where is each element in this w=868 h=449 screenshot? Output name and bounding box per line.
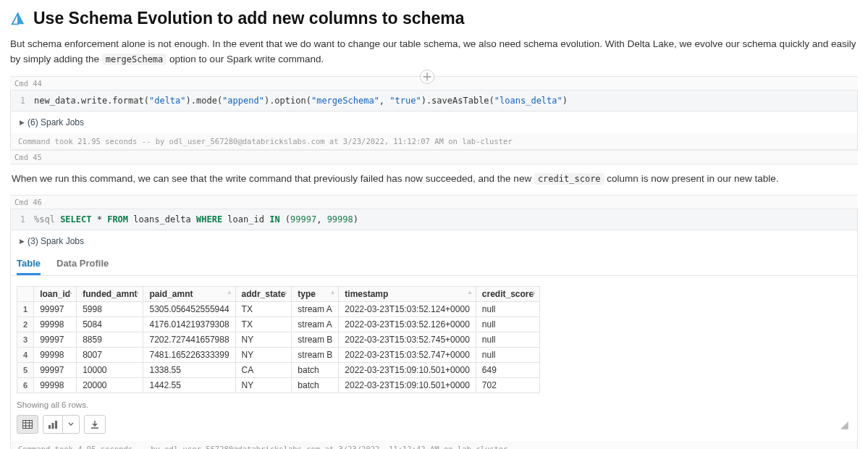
- tab-data-profile[interactable]: Data Profile: [56, 258, 109, 275]
- row-index: 2: [17, 317, 34, 332]
- row-index-header: [17, 287, 34, 302]
- cell-funded_amnt: 8007: [77, 348, 143, 363]
- resize-handle[interactable]: ◢: [840, 419, 851, 430]
- row-index: 4: [17, 348, 34, 363]
- bar-chart-icon: [43, 416, 63, 433]
- cell-type: stream B: [292, 332, 339, 348]
- cell-paid_amnt: 5305.056452555944: [143, 302, 235, 317]
- cell-funded_amnt: 10000: [77, 363, 143, 378]
- cell-loan_id: 99998: [34, 348, 77, 363]
- code-editor-cmd44[interactable]: 1 new_data.write.format("delta").mode("a…: [11, 91, 857, 112]
- col-header-type[interactable]: type▲: [292, 287, 339, 302]
- cell-timestamp: 2022-03-23T15:03:52.747+0000: [339, 348, 476, 363]
- inline-code-creditscore: credit_score: [534, 173, 604, 185]
- cell-timestamp: 2022-03-23T15:09:10.501+0000: [339, 363, 476, 378]
- inline-code-mergeschema: mergeSchema: [102, 54, 167, 65]
- cell-type: batch: [292, 378, 339, 393]
- spark-jobs-expander-46[interactable]: ▶ (3) Spark Jobs: [11, 230, 857, 252]
- page-title: Use Schema Evolution to add new columns …: [33, 9, 465, 28]
- svg-rect-1: [49, 425, 51, 429]
- markdown-cell-45: When we run this command, we can see tha…: [10, 164, 858, 195]
- intro-text: But schema enforcement alone is not enou…: [10, 37, 858, 67]
- svg-rect-3: [55, 421, 57, 429]
- col-header-credit_score[interactable]: credit_score▲: [476, 287, 539, 302]
- col-header-timestamp[interactable]: timestamp▲: [339, 287, 476, 302]
- cell-credit_score: null: [476, 302, 539, 317]
- cell-type: stream A: [292, 302, 339, 317]
- row-count-text: Showing all 6 rows.: [11, 396, 857, 415]
- cell-addr_state: NY: [235, 348, 292, 363]
- row-index: 3: [17, 332, 34, 348]
- row-index: 1: [17, 302, 34, 317]
- cell-loan_id: 99997: [34, 363, 77, 378]
- code-line: new_data.write.format("delta").mode("app…: [34, 96, 568, 106]
- chevron-down-icon: [63, 416, 79, 433]
- cell-addr_state: NY: [235, 378, 292, 393]
- cell-credit_score: null: [476, 317, 539, 332]
- row-index: 5: [17, 363, 34, 378]
- add-cell-button[interactable]: [420, 70, 434, 84]
- cell-paid_amnt: 7481.165226333399: [143, 348, 235, 363]
- table-row[interactable]: 19999759985305.056452555944TXstream A202…: [17, 302, 540, 317]
- cmd-label-46: Cmd 46: [10, 195, 858, 209]
- cell-addr_state: NY: [235, 332, 292, 348]
- sort-icon: ▲: [135, 290, 140, 295]
- code-editor-cmd46[interactable]: 1 %sql SELECT * FROM loans_delta WHERE l…: [11, 209, 857, 230]
- results-table: loan_id▲funded_amnt▲paid_amnt▲addr_state…: [17, 286, 540, 393]
- cell-timestamp: 2022-03-23T15:03:52.124+0000: [339, 302, 476, 317]
- cell-type: stream B: [292, 348, 339, 363]
- cell-paid_amnt: 7202.727441657988: [143, 332, 235, 348]
- col-header-loan_id[interactable]: loan_id▲: [34, 287, 77, 302]
- cell-addr_state: CA: [235, 363, 292, 378]
- cell-funded_amnt: 5084: [77, 317, 143, 332]
- cell-funded_amnt: 20000: [77, 378, 143, 393]
- table-row[interactable]: 39999788597202.727441657988NYstream B202…: [17, 332, 540, 348]
- sort-icon: ▲: [329, 290, 335, 295]
- cell-funded_amnt: 5998: [77, 302, 143, 317]
- sort-icon: ▲: [227, 290, 232, 295]
- row-index: 6: [17, 378, 34, 393]
- cell-loan_id: 99998: [34, 378, 77, 393]
- cell-addr_state: TX: [235, 317, 292, 332]
- cell-timestamp: 2022-03-23T15:03:52.745+0000: [339, 332, 476, 348]
- col-header-funded_amnt[interactable]: funded_amnt▲: [77, 287, 143, 302]
- download-icon: [90, 420, 99, 429]
- cell-timestamp: 2022-03-23T15:03:52.126+0000: [339, 317, 476, 332]
- caret-right-icon: ▶: [20, 119, 25, 126]
- spark-jobs-expander-44[interactable]: ▶ (6) Spark Jobs: [11, 112, 857, 133]
- sort-icon: ▲: [531, 290, 536, 295]
- table-row[interactable]: 599997100001338.55CAbatch2022-03-23T15:0…: [17, 363, 540, 378]
- download-button[interactable]: [84, 415, 106, 434]
- sort-icon: ▲: [282, 290, 288, 295]
- cell-loan_id: 99997: [34, 332, 77, 348]
- sort-icon: ▲: [67, 290, 73, 295]
- cell-paid_amnt: 1442.55: [143, 378, 235, 393]
- cell-loan_id: 99997: [34, 302, 77, 317]
- cell-loan_id: 99998: [34, 317, 77, 332]
- table-row[interactable]: 49999880077481.165226333399NYstream B202…: [17, 348, 540, 363]
- delta-logo-icon: [10, 11, 26, 27]
- cell-type: batch: [292, 363, 339, 378]
- chart-view-button[interactable]: [43, 415, 80, 434]
- cell-paid_amnt: 4176.014219379308: [143, 317, 235, 332]
- table-row[interactable]: 29999850844176.014219379308TXstream A202…: [17, 317, 540, 332]
- intro-post: option to our Spark write command.: [169, 54, 324, 64]
- svg-rect-0: [23, 421, 33, 429]
- col-header-paid_amnt[interactable]: paid_amnt▲: [143, 287, 235, 302]
- cell-credit_score: 702: [476, 378, 539, 393]
- svg-rect-2: [52, 423, 54, 429]
- cmd-label-44: Cmd 44: [10, 76, 858, 91]
- sort-icon: ▲: [467, 290, 473, 295]
- table-row[interactable]: 699998200001442.55NYbatch2022-03-23T15:0…: [17, 378, 540, 393]
- command-status-44: Command took 21.95 seconds -- by odl_use…: [11, 133, 857, 150]
- line-number: 1: [17, 214, 25, 224]
- table-view-button[interactable]: [17, 415, 38, 434]
- col-header-addr_state[interactable]: addr_state▲: [235, 287, 292, 302]
- cell-credit_score: 649: [476, 363, 539, 378]
- cell-paid_amnt: 1338.55: [143, 363, 235, 378]
- line-number: 1: [17, 96, 25, 106]
- code-line: %sql SELECT * FROM loans_delta WHERE loa…: [34, 214, 358, 224]
- cell-credit_score: null: [476, 348, 539, 363]
- tab-table[interactable]: Table: [17, 258, 41, 275]
- cell-credit_score: null: [476, 332, 539, 348]
